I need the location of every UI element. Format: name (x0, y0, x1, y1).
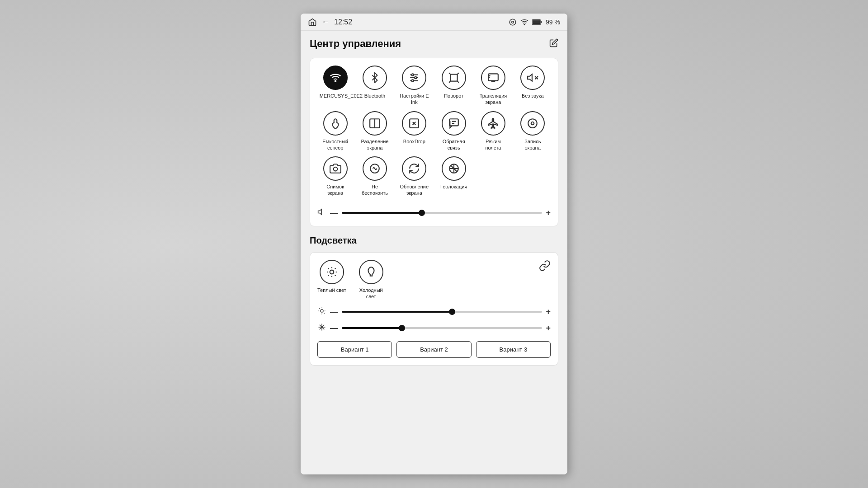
booxdrop-icon-circle (402, 111, 426, 136)
svg-point-25 (528, 119, 538, 128)
refresh-label: Обновление экрана (398, 183, 430, 197)
svg-point-26 (531, 122, 534, 125)
rotate-icon-circle (442, 66, 466, 90)
split-button[interactable]: Разделение экрана (357, 111, 392, 151)
location-label: Геолокация (440, 183, 467, 190)
wifi-status-icon (520, 18, 528, 26)
cold-slider-row: — + (317, 323, 551, 333)
page-header: Центр управления (310, 38, 558, 50)
wifi-icon-circle (323, 66, 348, 90)
screenshot-icon-circle (323, 156, 348, 181)
svg-line-38 (335, 275, 336, 276)
refresh-icon-circle (402, 156, 426, 181)
battery-percent: 99 % (546, 19, 560, 26)
dnd-button[interactable]: Не беспокоить (357, 156, 392, 197)
rotate-button[interactable]: Поворот (436, 66, 472, 106)
device-frame: ← 12:52 99 % (301, 14, 567, 474)
bluetooth-button[interactable]: Bluetooth (357, 66, 392, 106)
record-icon-circle (520, 111, 545, 136)
svg-rect-13 (450, 74, 457, 81)
svg-point-10 (412, 74, 414, 75)
touch-icon-circle (323, 111, 348, 136)
svg-point-6 (335, 80, 336, 82)
record-label: Запись экрана (517, 138, 548, 151)
screencast-icon-circle (481, 66, 505, 90)
airplane-button[interactable]: Режим полета (475, 111, 511, 151)
svg-rect-5 (533, 20, 540, 24)
svg-point-27 (333, 167, 337, 171)
preset-buttons: Вариант 1 Вариант 2 Вариант 3 (317, 341, 551, 358)
warm-light-button[interactable]: Теплый свет (317, 260, 346, 300)
feedback-button[interactable]: Обратная связь (436, 111, 472, 151)
back-arrow-icon[interactable]: ← (321, 17, 330, 27)
touch-button[interactable]: Емкостный сенсор (317, 111, 353, 151)
feedback-label: Обратная связь (438, 138, 470, 151)
warm-slider-row: — + (317, 307, 551, 317)
settings-icon[interactable] (509, 18, 517, 26)
volume-icon (317, 207, 326, 219)
cold-increase-button[interactable]: + (546, 324, 551, 333)
volume-row: — + (317, 204, 551, 219)
preset-2-button[interactable]: Вариант 2 (396, 341, 471, 358)
warm-thumb[interactable] (449, 309, 455, 315)
booxdrop-label: BooxDrop (403, 138, 425, 145)
cold-slider-icon (317, 323, 326, 333)
refresh-button[interactable]: Обновление экрана (396, 156, 432, 197)
light-sliders: — + — (317, 307, 551, 333)
volume-increase-button[interactable]: + (546, 208, 551, 218)
screenshot-button[interactable]: Снимок экрана (317, 156, 353, 197)
cold-light-button[interactable]: Холодный свет (355, 260, 387, 300)
svg-point-2 (524, 24, 525, 25)
cold-thumb[interactable] (399, 325, 405, 331)
svg-point-43 (321, 310, 323, 312)
warm-slider[interactable] (342, 311, 542, 313)
dnd-label: Не беспокоить (359, 183, 391, 197)
mute-button[interactable]: Без звука (515, 66, 551, 106)
status-left: ← 12:52 (308, 17, 352, 27)
svg-line-37 (328, 268, 329, 269)
bluetooth-label: Bluetooth (364, 93, 385, 99)
svg-line-46 (319, 309, 320, 309)
warm-slider-icon (317, 307, 326, 317)
svg-point-1 (509, 19, 516, 25)
mute-icon-circle (520, 66, 545, 90)
eink-label: Настройки E Ink (398, 93, 430, 106)
backlight-card: Теплый свет Холодный свет (310, 252, 558, 366)
cold-slider[interactable] (342, 327, 542, 329)
booxdrop-button[interactable]: BooxDrop (396, 111, 432, 151)
volume-decrease-button[interactable]: — (330, 208, 338, 218)
preset-3-button[interactable]: Вариант 3 (476, 341, 551, 358)
home-icon[interactable] (308, 18, 317, 27)
cold-light-circle (359, 260, 383, 284)
bluetooth-icon-circle (363, 66, 387, 90)
warm-increase-button[interactable]: + (546, 307, 551, 317)
warm-light-label: Теплый свет (317, 287, 346, 293)
backlight-title: Подсветка (310, 235, 558, 246)
cold-decrease-button[interactable]: — (330, 324, 338, 333)
svg-point-12 (412, 80, 414, 81)
split-icon-circle (363, 111, 387, 136)
volume-thumb[interactable] (419, 210, 425, 216)
main-content: Центр управления (301, 31, 567, 474)
warm-decrease-button[interactable]: — (330, 307, 338, 317)
volume-slider[interactable] (342, 212, 542, 214)
svg-point-0 (512, 21, 514, 23)
preset-1-button[interactable]: Вариант 1 (317, 341, 392, 358)
screencast-button[interactable]: Трансляция экрана (475, 66, 511, 106)
mute-label: Без звука (522, 93, 544, 99)
warm-fill (342, 311, 452, 313)
page-title: Центр управления (310, 38, 401, 50)
airplane-label: Режим полета (477, 138, 509, 151)
status-bar: ← 12:52 99 % (301, 14, 567, 31)
record-button[interactable]: Запись экрана (515, 111, 551, 151)
link-icon[interactable] (539, 260, 551, 274)
svg-rect-4 (541, 21, 542, 23)
location-button[interactable]: Геолокация (436, 156, 472, 197)
eink-icon-circle (402, 66, 426, 90)
wifi-button[interactable]: MERCUSYS_E0E2 (317, 66, 353, 106)
cold-fill (342, 327, 402, 329)
eink-button[interactable]: Настройки E Ink (396, 66, 432, 106)
edit-icon[interactable] (549, 38, 558, 50)
control-panel-card: MERCUSYS_E0E2 Bluetooth (310, 58, 558, 226)
warm-light-circle (320, 260, 344, 284)
